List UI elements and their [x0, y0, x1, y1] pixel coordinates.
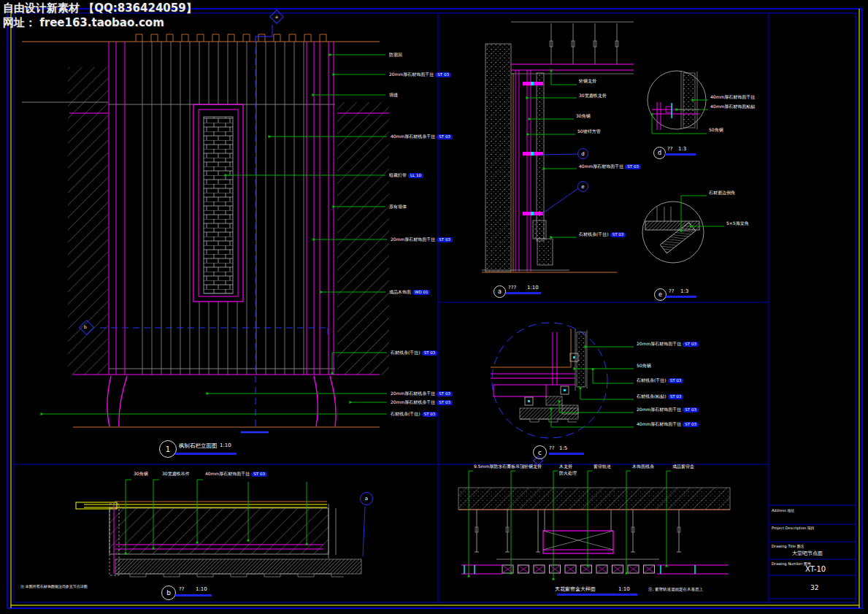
- caption-scale: 1:10: [527, 285, 539, 291]
- finish-code: ST 03: [683, 342, 699, 347]
- finish-code: ST 03: [437, 391, 453, 396]
- callout-label: 9.5mm厚防水石膏板吊顶: [474, 464, 524, 469]
- callout-label: 5×5海棠角: [726, 220, 749, 226]
- finish-code: ST 03: [251, 472, 267, 477]
- caption-underline: [549, 453, 584, 455]
- caption-scale: 1:10: [196, 587, 207, 592]
- caption-underline: [665, 153, 696, 156]
- callout-label: 窗帘轨道: [594, 464, 611, 469]
- finish-code: ST 03: [435, 72, 451, 77]
- cad-sheet: 自由设计新素材 【QQ:836424059】 网址： free163.taoba…: [0, 0, 868, 614]
- callout-label: 40mm厚石材线条干挂ST 03: [391, 134, 453, 139]
- finish-code: WD 01: [412, 290, 430, 295]
- titleblock-drawing-number-value: XT-10: [805, 565, 826, 573]
- caption-title: 枫制石栏立面图: [179, 443, 218, 449]
- titleblock-address-label: Address 地址: [772, 508, 795, 513]
- caption-title: ??: [179, 587, 184, 592]
- finish-code: LL 10: [408, 173, 423, 178]
- callout-label: 防潮层: [389, 52, 402, 58]
- callout-label: 40mm厚石材饰面粘贴: [710, 104, 755, 110]
- finish-code: ST 03: [625, 164, 641, 169]
- callout-label: 30宽扁铁吊件: [162, 471, 190, 477]
- finish-code: ST 03: [610, 232, 626, 237]
- callout-label: 40mm厚石材饰面干挂: [710, 94, 755, 100]
- callout-label: 20mm厚石材线条干挂ST 03: [391, 391, 453, 396]
- caption-underline: [666, 296, 696, 298]
- callout-label: 20mm厚石材饰面干挂ST 03: [391, 237, 453, 242]
- callout-label: 20mm厚石材饰面干挂ST 03: [389, 72, 451, 77]
- section-marker-a-letter: a: [275, 14, 278, 19]
- caption-underline: [557, 594, 637, 596]
- drawing-linework: [0, 0, 868, 614]
- caption-number: b: [161, 586, 176, 600]
- caption-number: d: [653, 147, 666, 159]
- callout-label: 木饰面线条: [632, 464, 654, 469]
- finish-code: ST 03: [683, 422, 699, 427]
- finish-code: ST 03: [437, 134, 453, 139]
- callout-label: 轻钢龙骨: [579, 78, 596, 84]
- finish-code: ST 03: [422, 350, 438, 356]
- callout-label: 石材线条(粘贴)ST 03: [637, 394, 683, 399]
- titleblock-drawing-title-value: 大堂吧节点图: [792, 550, 823, 557]
- callout-label: 50角钢: [637, 363, 651, 369]
- caption-number: a: [493, 285, 506, 298]
- caption-scale: 1:3: [678, 147, 686, 152]
- caption-scale: 1:5: [559, 446, 567, 451]
- titleblock-project-label: Project Description 项目: [772, 526, 815, 530]
- note-ceiling: 注: 窗帘轨道需固定在木基层上: [648, 587, 703, 592]
- callout-label: 20mm厚石材线条干挂ST 03: [391, 399, 453, 405]
- callout-label: 暗藏灯带LL 10: [389, 172, 423, 178]
- callout-label: 原有墙体: [389, 204, 407, 210]
- detail-ref-d: d: [577, 148, 588, 159]
- caption-title: ???: [508, 285, 516, 291]
- callout-label: 20mm厚石材饰面干挂ST 03: [637, 341, 699, 347]
- detail-ref-a: a: [360, 492, 373, 505]
- titleblock-drawing-title-label: Drawing Title 图名: [772, 544, 804, 548]
- caption-number: c: [533, 445, 547, 459]
- caption-title: ??: [549, 446, 554, 451]
- callout-label: 轻钢龙骨: [524, 464, 542, 469]
- callout-label: 30角钢: [134, 471, 148, 477]
- callout-label: 40mm厚石材饰面干挂ST 03: [579, 164, 641, 169]
- finish-code: ST 03: [422, 412, 438, 417]
- finish-code: ST 03: [437, 237, 453, 242]
- caption-underline: [175, 594, 212, 596]
- callout-label: 40mm厚石材饰面干挂ST 03: [637, 421, 699, 427]
- caption-scale: 1:10: [220, 443, 231, 448]
- callout-label: 30角钢: [576, 113, 591, 119]
- callout-label: 防火处理: [559, 470, 577, 476]
- finish-code: ST 03: [668, 378, 684, 383]
- detail-ref-e: e: [577, 181, 588, 192]
- caption-number: e: [654, 288, 667, 301]
- caption-underline: [506, 292, 541, 294]
- caption-title: ??: [669, 289, 674, 294]
- note-section-b: 注:本图所有石材饰面做法均参见节点详图: [20, 584, 88, 588]
- caption-title: ??: [667, 147, 672, 152]
- callout-label: 石材线条(干挂)ST 03: [391, 411, 437, 417]
- caption-scale: 1:10: [618, 587, 630, 592]
- caption-number: 1: [159, 440, 177, 458]
- callout-label: 成品木饰面WD 01: [389, 289, 430, 295]
- titleblock-page-number: 32: [810, 584, 818, 591]
- watermark-line1: 自由设计新素材 【QQ:836424059】: [3, 1, 197, 15]
- callout-label: 石材磨边倒角: [709, 190, 735, 196]
- finish-code: ST 03: [437, 400, 453, 405]
- callout-label: 石材线条(干挂)ST 03: [637, 377, 683, 383]
- caption-scale: 1:3: [680, 289, 688, 294]
- callout-label: 木龙骨: [559, 464, 572, 469]
- callout-label: 40mm厚石材饰面干挂ST 03: [205, 471, 267, 477]
- finish-code: ST 03: [683, 407, 699, 412]
- finish-code: ST 03: [668, 394, 684, 399]
- callout-label: 填缝: [389, 92, 398, 98]
- callout-label: 石材线条(干挂)ST 03: [579, 231, 626, 237]
- caption-underline: [175, 453, 237, 455]
- caption-title: 天花窗帘盒大样图: [555, 587, 596, 592]
- callout-label: 30宽扁铁龙骨: [579, 93, 607, 99]
- section-marker-b-letter: b: [84, 324, 87, 329]
- callout-label: 50镀锌方管: [577, 128, 601, 134]
- callout-label: 50角钢: [709, 127, 723, 133]
- callout-label: 20mm厚石材饰面干挂ST 03: [637, 407, 699, 412]
- callout-label: 石材线条(干挂)ST 03: [391, 350, 437, 356]
- callout-label: 成品窗帘盒: [672, 464, 694, 469]
- watermark-line2: 网址： free163.taobao.com: [3, 16, 164, 30]
